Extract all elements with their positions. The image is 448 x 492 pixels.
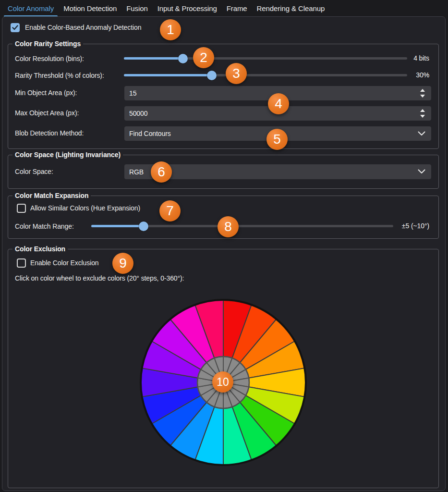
dropdown-value: RGB (129, 168, 144, 176)
slider-handle[interactable] (178, 54, 188, 63)
tab-rendering-cleanup[interactable]: Rendering & Cleanup (252, 1, 330, 16)
color-wheel-instructions: Click on color wheel to exclude colors (… (15, 274, 184, 282)
spin-value: 50000 (129, 110, 147, 117)
checkbox-icon[interactable] (17, 258, 26, 268)
tab-fusion[interactable]: Fusion (121, 1, 152, 16)
rarity-threshold-slider[interactable] (124, 71, 407, 80)
tab-bar: Color Anomaly Motion Detection Fusion In… (0, 0, 448, 16)
group-color-space: Color Space (Lighting Invariance) Color … (8, 155, 439, 189)
max-object-area-label: Max Object Area (px): (15, 109, 79, 117)
slider-handle[interactable] (207, 71, 217, 80)
spin-down-button[interactable] (420, 115, 425, 118)
spin-down-button[interactable] (420, 95, 425, 98)
chevron-down-icon (418, 169, 425, 174)
group-color-exclusion: Color Exclusion Enable Color Exclusion C… (8, 249, 439, 488)
group-color-match-expansion: Color Match Expansion Allow Similar Colo… (8, 196, 439, 239)
slider-fill (91, 225, 144, 227)
spin-up-button[interactable] (420, 109, 425, 112)
chevron-down-icon (418, 131, 425, 136)
blob-method-dropdown[interactable]: Find Contours (124, 126, 431, 141)
blob-method-label: Blob Detection Method: (15, 129, 84, 137)
color-space-label: Color Space: (15, 168, 53, 175)
settings-window: Color Anomaly Motion Detection Fusion In… (0, 0, 448, 492)
spin-value: 15 (129, 89, 136, 97)
group-title: Color Match Expansion (12, 192, 91, 199)
allow-similar-colors-checkbox[interactable]: Allow Similar Colors (Hue Expansion) (17, 203, 140, 213)
slider-fill (124, 74, 212, 76)
enable-color-anomaly-checkbox[interactable]: Enable Color-Based Anomaly Detection (11, 22, 141, 33)
color-match-range-label: Color Match Range: (15, 222, 74, 230)
color-space-dropdown[interactable]: RGB (124, 164, 431, 179)
checkbox-label: Enable Color-Based Anomaly Detection (25, 24, 141, 31)
enable-color-exclusion-checkbox[interactable]: Enable Color Exclusion (17, 258, 99, 268)
checkbox-icon[interactable] (17, 204, 26, 213)
color-match-range-slider[interactable] (91, 221, 393, 231)
rarity-threshold-value: 30% (416, 71, 429, 79)
spin-arrows (420, 86, 425, 100)
rarity-threshold-label: Rarity Threshold (% of colors): (15, 72, 104, 79)
color-resolution-slider[interactable] (124, 54, 407, 63)
spin-up-button[interactable] (420, 89, 425, 92)
dropdown-value: Find Contours (129, 130, 171, 137)
checkmark-icon (12, 25, 18, 30)
group-color-rarity-settings: Color Rarity Settings Color Resolution (… (8, 44, 439, 149)
tab-color-anomaly[interactable]: Color Anomaly (3, 1, 59, 16)
min-object-area-label: Min Object Area (px): (15, 89, 77, 97)
slider-handle[interactable] (139, 221, 148, 231)
slider-fill (124, 57, 183, 60)
color-match-range-value: ±5 (~10°) (402, 222, 429, 230)
group-title: Color Rarity Settings (12, 40, 83, 48)
checkbox-icon[interactable] (11, 23, 20, 32)
color-wheel[interactable] (132, 291, 315, 474)
color-resolution-label: Color Resolution (bins): (15, 55, 84, 62)
tab-motion-detection[interactable]: Motion Detection (59, 1, 121, 16)
group-title: Color Space (Lighting Invariance) (12, 151, 123, 159)
checkbox-label: Enable Color Exclusion (30, 259, 99, 267)
group-title: Color Exclusion (12, 245, 68, 253)
tab-input-processing[interactable]: Input & Processing (153, 1, 222, 16)
color-resolution-value: 4 bits (413, 54, 429, 62)
max-object-area-input[interactable]: 50000 (124, 106, 431, 121)
spin-arrows (420, 106, 425, 121)
min-object-area-input[interactable]: 15 (124, 86, 431, 100)
checkbox-label: Allow Similar Colors (Hue Expansion) (30, 204, 140, 212)
tab-frame[interactable]: Frame (222, 1, 252, 16)
